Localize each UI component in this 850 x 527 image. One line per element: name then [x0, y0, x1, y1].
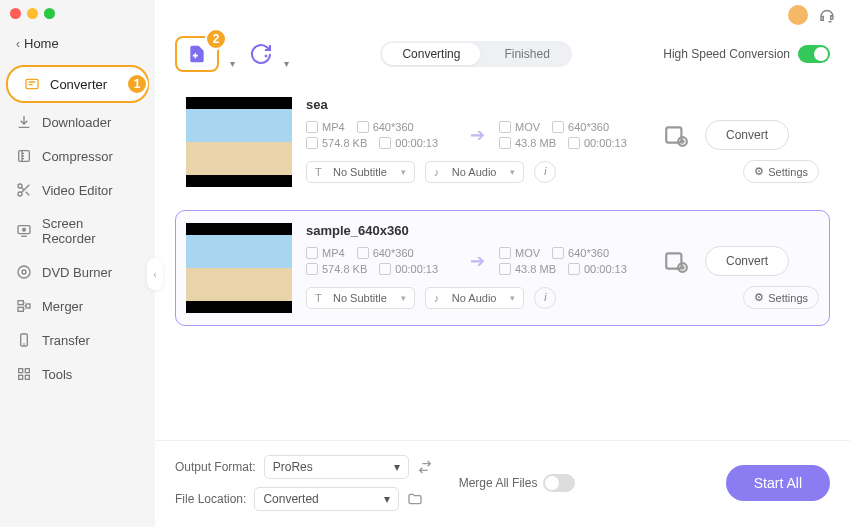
svg-point-7 [22, 270, 26, 274]
avatar[interactable] [788, 5, 808, 25]
output-preset-button[interactable] [663, 248, 689, 274]
tab-converting[interactable]: Converting [382, 43, 480, 65]
output-preset-button[interactable] [663, 122, 689, 148]
add-url-button[interactable] [249, 42, 273, 66]
merge-label: Merge All Files [459, 476, 538, 490]
resolution-icon [357, 247, 369, 259]
info-button[interactable]: i [534, 161, 556, 183]
sidebar-item-converter[interactable]: Converter 1 [6, 65, 149, 103]
resolution-icon [357, 121, 369, 133]
scissors-icon [16, 182, 32, 198]
options-row: T No Subtitle ▾ ♪ No Audio ▾ i ⚙ Setting… [306, 160, 819, 183]
merge-toggle[interactable] [543, 474, 575, 492]
sidebar-item-merger[interactable]: Merger [0, 289, 155, 323]
subtitle-icon: T [315, 166, 327, 178]
output-format-select[interactable]: ProRes ▾ [264, 455, 409, 479]
subtitle-dropdown[interactable]: T No Subtitle ▾ [306, 161, 415, 183]
settings-button[interactable]: ⚙ Settings [743, 286, 819, 309]
output-format-label: Output Format: [175, 460, 256, 474]
duration-icon [379, 263, 391, 275]
filesize-icon [499, 137, 511, 149]
duration-icon [379, 137, 391, 149]
chevron-down-icon: ▾ [510, 293, 515, 303]
options-row: T No Subtitle ▾ ♪ No Audio ▾ i ⚙ Setting… [306, 286, 819, 309]
sidebar-item-label: Merger [42, 299, 83, 314]
sidebar: ‹ Home Converter 1 Downloader Compressor… [0, 0, 155, 527]
high-speed-conversion: High Speed Conversion [663, 45, 830, 63]
subtitle-icon: T [315, 292, 327, 304]
subtitle-dropdown[interactable]: T No Subtitle ▾ [306, 287, 415, 309]
home-link[interactable]: ‹ Home [0, 30, 155, 57]
settings-button[interactable]: ⚙ Settings [743, 160, 819, 183]
arrow-right-icon: ➔ [470, 250, 485, 272]
compressor-icon [16, 148, 32, 164]
audio-dropdown[interactable]: ♪ No Audio ▾ [425, 287, 525, 309]
sidebar-item-label: DVD Burner [42, 265, 112, 280]
sidebar-item-video-editor[interactable]: Video Editor [0, 173, 155, 207]
file-title: sample_640x360 [306, 223, 819, 238]
svg-rect-8 [18, 301, 23, 305]
swap-icon[interactable] [417, 459, 433, 475]
specs-row: MP4 640*360 574.8 KB 00:00:13 ➔ MOV 640*… [306, 246, 819, 276]
sidebar-item-dvd-burner[interactable]: DVD Burner [0, 255, 155, 289]
high-speed-toggle[interactable] [798, 45, 830, 63]
badge-2: 2 [205, 28, 227, 50]
minimize-window-button[interactable] [27, 8, 38, 19]
audio-icon: ♪ [434, 166, 446, 178]
transfer-icon [16, 332, 32, 348]
thumbnail[interactable] [186, 97, 292, 187]
badge-1: 1 [126, 73, 148, 95]
window-controls [10, 8, 55, 19]
convert-button[interactable]: Convert [705, 246, 789, 276]
info-button[interactable]: i [534, 287, 556, 309]
sidebar-item-compressor[interactable]: Compressor [0, 139, 155, 173]
sidebar-item-tools[interactable]: Tools [0, 357, 155, 391]
add-url-chevron-icon[interactable]: ▾ [284, 58, 289, 69]
svg-rect-10 [26, 304, 30, 308]
disc-icon [16, 264, 32, 280]
convert-button[interactable]: Convert [705, 120, 789, 150]
merger-icon [16, 298, 32, 314]
sidebar-item-downloader[interactable]: Downloader [0, 105, 155, 139]
maximize-window-button[interactable] [44, 8, 55, 19]
open-folder-button[interactable] [407, 491, 423, 507]
footer: Output Format: ProRes ▾ File Location: C… [155, 440, 850, 527]
thumbnail[interactable] [186, 223, 292, 313]
video-format-icon [499, 247, 511, 259]
file-card[interactable]: sea MP4 640*360 574.8 KB 00:00:13 ➔ MOV … [175, 84, 830, 200]
svg-rect-9 [18, 307, 23, 311]
file-location-select[interactable]: Converted ▾ [254, 487, 399, 511]
chevron-left-icon: ‹ [16, 37, 20, 51]
close-window-button[interactable] [10, 8, 21, 19]
topbar [155, 0, 850, 30]
support-icon[interactable] [818, 6, 836, 24]
svg-point-3 [18, 192, 22, 196]
add-file-chevron-icon[interactable]: ▾ [230, 58, 235, 69]
tab-segmented-control: Converting Finished [380, 41, 571, 67]
chevron-down-icon: ▾ [394, 460, 400, 474]
audio-icon: ♪ [434, 292, 446, 304]
audio-dropdown[interactable]: ♪ No Audio ▾ [425, 161, 525, 183]
file-title: sea [306, 97, 819, 112]
home-label: Home [24, 36, 59, 51]
sidebar-nav: Converter 1 Downloader Compressor Video … [0, 65, 155, 391]
card-body: sea MP4 640*360 574.8 KB 00:00:13 ➔ MOV … [306, 97, 819, 187]
sidebar-item-label: Video Editor [42, 183, 113, 198]
sidebar-item-screen-recorder[interactable]: Screen Recorder [0, 207, 155, 255]
video-format-icon [499, 121, 511, 133]
specs-row: MP4 640*360 574.8 KB 00:00:13 ➔ MOV 640*… [306, 120, 819, 150]
sidebar-item-label: Transfer [42, 333, 90, 348]
tab-finished[interactable]: Finished [482, 41, 571, 67]
collapse-sidebar-button[interactable]: ‹ [147, 258, 163, 290]
sidebar-item-transfer[interactable]: Transfer [0, 323, 155, 357]
toolbar: 2 ▾ ▾ Converting Finished High Speed Con… [155, 30, 850, 84]
file-card[interactable]: sample_640x360 MP4 640*360 574.8 KB 00:0… [175, 210, 830, 326]
converter-icon [24, 76, 40, 92]
svg-rect-12 [19, 369, 23, 373]
video-format-icon [306, 121, 318, 133]
start-all-button[interactable]: Start All [726, 465, 830, 501]
filesize-icon [499, 263, 511, 275]
high-speed-label: High Speed Conversion [663, 47, 790, 61]
chevron-down-icon: ▾ [401, 167, 406, 177]
arrow-right-icon: ➔ [470, 124, 485, 146]
